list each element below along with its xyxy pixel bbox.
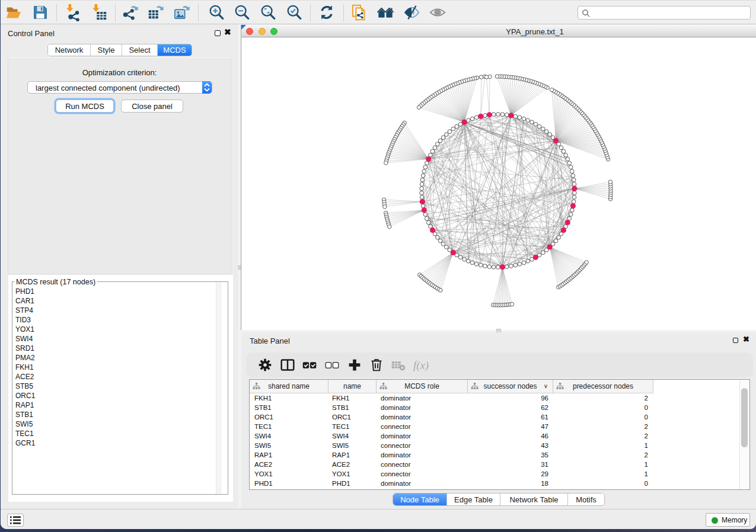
export-table-button[interactable] [147, 4, 165, 21]
cell-predecessor-nodes: 1 [556, 441, 648, 450]
tab-network-table[interactable]: Network Table [500, 493, 568, 505]
mcds-result-item[interactable]: RAP1 [13, 400, 217, 410]
mcds-result-item[interactable]: FKH1 [13, 363, 217, 372]
mcds-result-item[interactable]: ORC1 [13, 391, 217, 400]
tab-motifs[interactable]: Motifs [568, 493, 604, 505]
delete-column-button[interactable] [368, 356, 385, 374]
table-row[interactable]: PHD1PHD1dominator180 [250, 479, 749, 488]
import-table-button[interactable] [90, 4, 108, 21]
mcds-result-item[interactable]: CAR1 [13, 296, 217, 306]
open-session-button[interactable] [5, 4, 23, 21]
column-header-successor-nodes[interactable]: successor nodes∨ [468, 380, 553, 393]
column-header-label: name [328, 382, 376, 390]
float-panel-icon[interactable] [733, 338, 738, 343]
hide-selected-button[interactable] [403, 4, 420, 21]
tab-mcds[interactable]: MCDS [158, 44, 192, 56]
mcds-result-item[interactable]: GCR1 [13, 438, 217, 448]
table-row[interactable]: RAP1RAP1dominator352 [250, 450, 749, 460]
mcds-result-item[interactable]: PHD1 [13, 287, 217, 296]
gear-icon [256, 356, 274, 374]
close-panel-icon[interactable]: ✖ [743, 335, 749, 344]
refresh-icon [318, 4, 336, 21]
table-row[interactable]: SWI5SWI5connector431 [250, 441, 749, 450]
unselect-all-columns-button[interactable] [323, 356, 341, 374]
zoom-fit-icon [259, 4, 277, 21]
table-row[interactable]: STB1STB1dominator620 [250, 403, 749, 412]
mcds-result-item[interactable]: STB5 [13, 382, 217, 391]
close-panel-button[interactable]: Close panel [121, 100, 183, 113]
apply-layout-button[interactable] [318, 4, 336, 21]
zoom-in-button[interactable] [208, 4, 225, 21]
sort-chevron-icon[interactable]: ∨ [544, 383, 548, 389]
delete-column-icon [368, 356, 385, 374]
column-header-MCDS-role[interactable]: MCDS role [377, 380, 468, 393]
zoom-out-button[interactable] [233, 4, 251, 21]
export-image-button[interactable] [173, 4, 191, 21]
column-header-name[interactable]: name [328, 380, 377, 393]
show-column-panel-button[interactable] [279, 356, 296, 374]
close-panel-icon[interactable]: ✖ [224, 27, 231, 37]
cell-mcds-role: connector [381, 441, 411, 450]
optimization-criterion-select[interactable]: largest connected component (undirected) [27, 81, 212, 94]
window-maximize-button[interactable] [270, 28, 277, 35]
control-panel: Control Panel ✖ NetworkStyleSelectMCDS O… [1, 24, 238, 509]
export-network-button[interactable] [122, 4, 139, 21]
window-minimize-button[interactable] [259, 28, 266, 35]
table-row[interactable]: SWI4SWI4dominator462 [250, 431, 749, 441]
table-scrollbar[interactable] [739, 380, 749, 489]
cell-successor-nodes: 29 [470, 469, 548, 479]
table-settings-button[interactable] [256, 356, 274, 374]
first-neighbors-button[interactable] [377, 4, 394, 21]
select-all-columns-button[interactable] [301, 356, 318, 374]
table-row[interactable]: TEC1TEC1connector472 [250, 422, 749, 431]
tab-node-table[interactable]: Node Table [393, 493, 447, 505]
mcds-result-item[interactable]: SRD1 [13, 344, 217, 353]
mcds-result-scrollbar[interactable] [216, 283, 222, 494]
table-row[interactable]: YOX1YOX1connector291 [250, 469, 749, 479]
import-network-button[interactable] [64, 4, 82, 21]
cell-successor-nodes: 47 [470, 422, 548, 431]
create-new-column-button[interactable] [346, 356, 363, 374]
mcds-result-group: MCDS result (17 nodes) PHD1CAR1STP4TID3Y… [12, 281, 228, 495]
function-builder-button[interactable]: f(x) [412, 356, 429, 374]
float-panel-icon[interactable] [215, 30, 221, 36]
column-header-shared-name[interactable]: shared name [250, 380, 328, 393]
fit-content-button[interactable] [259, 4, 277, 21]
mcds-result-item[interactable]: STP4 [13, 306, 217, 315]
show-all-button[interactable] [429, 4, 446, 21]
network-window-titlebar[interactable]: YPA_prune.txt_1 [241, 25, 756, 37]
search-input[interactable] [592, 7, 747, 18]
show-panel-list-button[interactable] [7, 514, 24, 527]
column-header-predecessor-nodes[interactable]: predecessor nodes [553, 380, 653, 393]
zoom-selected-button[interactable] [285, 4, 303, 21]
tab-select[interactable]: Select [122, 44, 158, 56]
mcds-result-item[interactable]: PMA2 [13, 353, 217, 363]
new-network-from-selection-button[interactable] [351, 4, 369, 21]
run-mcds-button[interactable]: Run MCDS [56, 100, 114, 113]
table-scrollbar-thumb[interactable] [741, 388, 748, 447]
window-close-button[interactable] [246, 28, 253, 35]
cell-shared-name: SWI5 [254, 441, 271, 450]
zoom-in-icon [208, 4, 225, 21]
tab-network[interactable]: Network [48, 44, 91, 56]
mcds-result-item[interactable]: YOX1 [13, 325, 217, 334]
network-canvas[interactable] [242, 38, 756, 330]
cell-successor-nodes: 96 [470, 393, 548, 403]
delete-table-button[interactable] [390, 356, 407, 374]
mcds-result-item[interactable]: SWI5 [13, 419, 217, 429]
mcds-result-item[interactable]: STB1 [13, 410, 217, 419]
mcds-result-item[interactable]: TEC1 [13, 429, 217, 438]
table-row[interactable]: ACE2ACE2connector311 [250, 460, 749, 469]
table-row[interactable]: ORC1ORC1dominator610 [250, 412, 749, 422]
tab-style[interactable]: Style [91, 44, 122, 56]
table-row[interactable]: FKH1FKH1dominator962 [250, 393, 749, 403]
cell-name: SWI5 [332, 441, 349, 450]
memory-button[interactable]: Memory [706, 513, 750, 527]
save-session-button[interactable] [31, 4, 49, 21]
mcds-result-item[interactable]: TID3 [13, 315, 217, 325]
cell-name: STB1 [332, 403, 349, 412]
mcds-result-item[interactable]: ACE2 [13, 372, 217, 382]
mcds-result-item[interactable]: SWI4 [13, 334, 217, 344]
tab-edge-table[interactable]: Edge Table [447, 493, 500, 505]
cell-shared-name: RAP1 [254, 450, 272, 460]
